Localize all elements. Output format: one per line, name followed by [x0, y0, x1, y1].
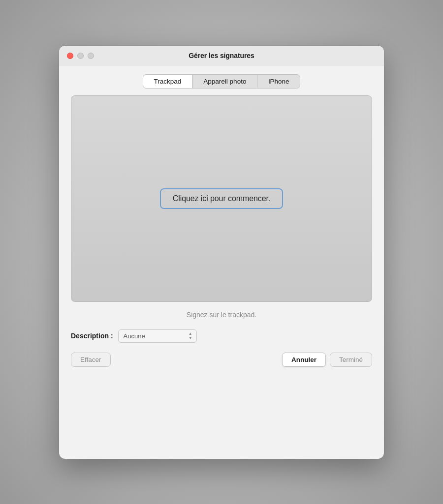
description-row: Description : Aucune ▲ ▼	[71, 329, 372, 343]
effacer-button[interactable]: Effacer	[71, 353, 111, 367]
click-here-button[interactable]: Cliquez ici pour commencer.	[160, 188, 283, 209]
tab-trackpad[interactable]: Trackpad	[143, 75, 193, 88]
stepper-up-icon: ▲	[189, 332, 192, 336]
right-buttons: Annuler Terminé	[282, 353, 372, 367]
maximize-button[interactable]	[88, 53, 94, 59]
tab-group: Trackpad Appareil photo iPhone	[143, 74, 301, 89]
stepper-down-icon: ▼	[189, 336, 192, 340]
title-bar: Gérer les signatures	[59, 46, 384, 65]
stepper-icon: ▲ ▼	[189, 332, 192, 340]
traffic-lights	[67, 53, 94, 59]
manage-signatures-window: Gérer les signatures Trackpad Appareil p…	[59, 46, 384, 459]
tab-appareil-photo[interactable]: Appareil photo	[192, 75, 257, 88]
window-title: Gérer les signatures	[189, 52, 254, 59]
tab-iphone[interactable]: iPhone	[257, 75, 300, 88]
annuler-button[interactable]: Annuler	[282, 353, 326, 367]
signature-area[interactable]: Cliquez ici pour commencer.	[71, 95, 372, 302]
window-content: Trackpad Appareil photo iPhone Cliquez i…	[59, 65, 384, 459]
minimize-button[interactable]	[77, 53, 84, 59]
description-select[interactable]: Aucune ▲ ▼	[118, 329, 197, 343]
description-label: Description :	[71, 332, 113, 340]
tab-bar: Trackpad Appareil photo iPhone	[71, 74, 372, 89]
buttons-row: Effacer Annuler Terminé	[71, 353, 372, 369]
close-button[interactable]	[67, 53, 73, 59]
description-select-value: Aucune	[124, 332, 145, 340]
termine-button[interactable]: Terminé	[330, 353, 372, 367]
sign-instruction: Signez sur le trackpad.	[71, 311, 372, 319]
